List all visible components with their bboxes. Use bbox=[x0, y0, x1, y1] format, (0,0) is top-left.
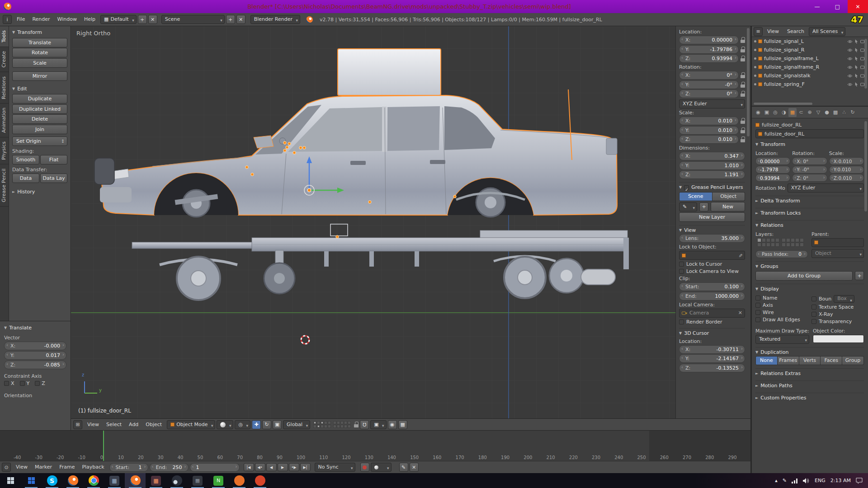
taskbar-app-krita[interactable]: ▦ bbox=[146, 473, 166, 488]
outliner-search-menu[interactable]: Search bbox=[783, 27, 808, 37]
lock-icon[interactable] bbox=[741, 136, 745, 142]
scale-slider[interactable]: X:0.010 bbox=[679, 117, 739, 125]
menu-item[interactable]: Playback bbox=[78, 462, 108, 472]
properties-tab[interactable]: ▦ bbox=[788, 108, 797, 117]
lock-camera-checkbox[interactable]: Lock Camera to View bbox=[679, 268, 745, 274]
display-option-checkbox[interactable]: Axis bbox=[755, 302, 808, 308]
panel-header-relations-extras[interactable]: Relations Extras bbox=[755, 368, 864, 377]
scale-field[interactable]: X:0.010 bbox=[829, 157, 864, 165]
editor-type-dropdown[interactable]: ⊞ bbox=[73, 420, 82, 429]
outliner-display-mode-dropdown[interactable]: All Scenes bbox=[809, 27, 845, 36]
scale-slider[interactable]: Z:0.010 bbox=[679, 135, 739, 144]
panel-header-edit[interactable]: Edit bbox=[12, 84, 67, 94]
orientation-dropdown[interactable]: Global bbox=[283, 420, 310, 429]
menu-item[interactable]: File bbox=[13, 14, 28, 24]
visibility-eye-icon[interactable] bbox=[847, 74, 853, 78]
properties-tab[interactable]: ⊂ bbox=[797, 108, 805, 117]
menu-item[interactable]: Window bbox=[54, 14, 80, 24]
selectability-cursor-icon[interactable] bbox=[854, 73, 859, 78]
menu-item[interactable]: Help bbox=[80, 14, 99, 24]
selectability-cursor-icon[interactable] bbox=[854, 65, 859, 70]
gp-brush-dropdown[interactable]: ✎ bbox=[679, 202, 697, 211]
playback-button[interactable]: ▶ bbox=[278, 463, 288, 471]
scene-selector[interactable]: Scene bbox=[161, 15, 225, 24]
add-layout-button[interactable]: + bbox=[138, 15, 147, 24]
properties-tab[interactable]: ⊕ bbox=[806, 108, 814, 117]
constraint-axis-checkbox[interactable]: Y bbox=[20, 380, 30, 386]
taskbar-app-dark-1[interactable]: ▦ bbox=[104, 473, 125, 488]
location-slider[interactable]: Y:-1.79786 bbox=[679, 45, 739, 54]
rotation-slider[interactable]: X:0° bbox=[679, 71, 739, 80]
panel-header-translate[interactable]: Translate bbox=[4, 324, 66, 333]
roof-sign[interactable] bbox=[338, 49, 441, 95]
rotation-slider[interactable]: Y:-0° bbox=[679, 80, 739, 89]
expand-icon[interactable] bbox=[754, 75, 756, 77]
taskbar-app-orange-2[interactable] bbox=[250, 473, 270, 488]
panel-header-transform[interactable]: Transform bbox=[755, 140, 864, 149]
screen-layout-dropdown[interactable]: ▦Default bbox=[100, 15, 137, 24]
display-option-checkbox[interactable]: Transparency bbox=[811, 319, 864, 324]
add-group-button[interactable]: + bbox=[855, 271, 864, 280]
outliner-editor-icon[interactable]: ≡ bbox=[754, 27, 763, 36]
side-mirror[interactable] bbox=[254, 136, 274, 148]
object-color-swatch[interactable] bbox=[813, 335, 864, 343]
volume-icon[interactable] bbox=[803, 478, 810, 483]
duplication-mode-button[interactable]: Frames bbox=[778, 356, 799, 365]
maximize-button[interactable]: □ bbox=[827, 0, 848, 13]
outliner-item[interactable]: fullsize_signalframe_L bbox=[752, 54, 868, 63]
properties-tab[interactable]: ◉ bbox=[754, 108, 762, 117]
eyedropper-icon[interactable]: ✎ bbox=[737, 253, 743, 257]
expand-icon[interactable] bbox=[754, 57, 756, 60]
vector-slider[interactable]: Y:0.017 bbox=[4, 351, 66, 360]
delete-scene-button[interactable]: ✕ bbox=[236, 15, 245, 24]
properties-tab[interactable]: ∴ bbox=[840, 108, 848, 117]
tool-button[interactable]: Translate bbox=[12, 38, 67, 47]
mirror-button[interactable]: Mirror bbox=[12, 71, 67, 81]
vector-slider[interactable]: Z:-0.085 bbox=[4, 361, 66, 369]
lock-icon[interactable] bbox=[741, 37, 745, 43]
location-field[interactable]: 0.00000 bbox=[755, 157, 790, 165]
lock-icon[interactable] bbox=[741, 82, 745, 88]
panel-header-display[interactable]: Display bbox=[755, 284, 864, 293]
rotate-manipulator-button[interactable]: ↻ bbox=[262, 420, 271, 429]
tool-button[interactable]: Join bbox=[12, 125, 67, 134]
keying-set-dropdown[interactable] bbox=[371, 463, 392, 472]
display-option-checkbox[interactable]: Draw All Edges bbox=[755, 317, 808, 323]
tool-shelf-tab[interactable]: Animation bbox=[0, 103, 9, 137]
render-border-checkbox[interactable]: Render Border bbox=[679, 319, 745, 325]
display-option-checkbox[interactable]: Texture Space bbox=[811, 304, 864, 310]
clear-icon[interactable]: ✕ bbox=[738, 310, 742, 316]
auto-keyframe-button[interactable] bbox=[360, 463, 369, 472]
lock-icon[interactable] bbox=[741, 72, 745, 78]
scale-manipulator-button[interactable]: ▣ bbox=[273, 420, 282, 429]
taskbar-app-tiles[interactable] bbox=[21, 473, 42, 488]
gp-object-tab[interactable]: Object bbox=[712, 192, 745, 201]
tool-shelf-tab[interactable]: Relations bbox=[0, 72, 9, 104]
add-to-group-button[interactable]: Add to Group bbox=[755, 271, 853, 281]
expand-icon[interactable] bbox=[754, 66, 756, 68]
parent-type-dropdown[interactable]: Object bbox=[811, 249, 864, 258]
start-button[interactable] bbox=[0, 473, 21, 488]
gp-new-layer-button[interactable]: New Layer bbox=[679, 212, 745, 222]
duplication-mode-button[interactable]: Faces bbox=[821, 356, 842, 365]
properties-tab[interactable]: ▣ bbox=[763, 108, 771, 117]
rotation-mode-dropdown[interactable]: XYZ Euler bbox=[679, 99, 745, 108]
playback-button[interactable]: ▶| bbox=[300, 463, 311, 471]
lock-icon[interactable] bbox=[741, 127, 745, 133]
frame-start-field[interactable]: Start:1 bbox=[109, 463, 148, 472]
render-preview-button[interactable]: ◉ bbox=[388, 420, 397, 429]
visibility-eye-icon[interactable] bbox=[847, 40, 853, 43]
clip-end-slider[interactable]: End:1000.000 bbox=[679, 292, 745, 300]
selectability-cursor-icon[interactable] bbox=[854, 39, 859, 44]
visibility-eye-icon[interactable] bbox=[847, 66, 853, 69]
scale-field[interactable]: Z:0.010 bbox=[829, 174, 864, 182]
properties-tab[interactable]: ▽ bbox=[814, 108, 822, 117]
visibility-eye-icon[interactable] bbox=[847, 83, 853, 86]
rotation-field[interactable]: X: 0° bbox=[792, 157, 827, 165]
lock-object-field[interactable]: ✎ bbox=[679, 251, 745, 260]
display-option-checkbox[interactable]: X-Ray bbox=[811, 311, 864, 317]
timeline-editor-icon[interactable]: ⊙ bbox=[2, 463, 11, 472]
expand-icon[interactable] bbox=[754, 40, 756, 42]
frame-end-field[interactable]: End:250 bbox=[150, 463, 189, 472]
delete-keyframe-button[interactable]: ✕ bbox=[410, 463, 419, 472]
